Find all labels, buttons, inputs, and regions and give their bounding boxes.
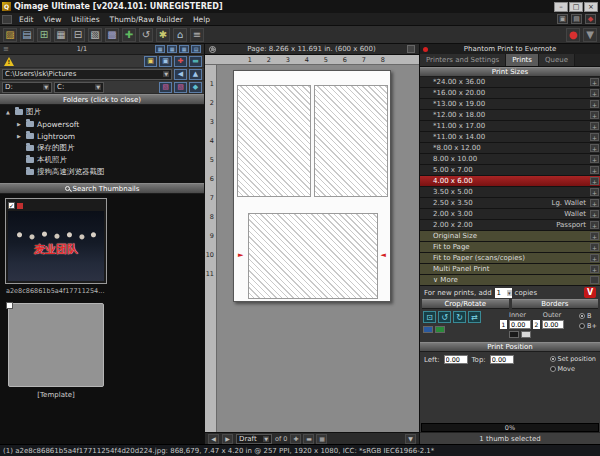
add-size-button[interactable]: +	[590, 78, 599, 86]
print-placement[interactable]	[314, 85, 388, 197]
search-thumbnails-header[interactable]: Search Thumbnails	[0, 183, 204, 194]
favorite-folder-icon[interactable]: ▣	[159, 56, 172, 67]
print-size-row[interactable]: *16.00 x 20.00 +	[420, 88, 600, 99]
thumb-size-medium-icon[interactable]: ▦	[167, 45, 177, 53]
thumb-checkbox[interactable]: ✓	[8, 202, 15, 209]
drive-d-combo[interactable]: D: ▼	[2, 82, 52, 93]
outer-border-input[interactable]	[542, 320, 564, 329]
refresh-thumbs-icon[interactable]: ◆	[189, 82, 202, 93]
print-size-row[interactable]: *13.00 x 19.00 +	[420, 99, 600, 110]
b-plus-radio[interactable]	[579, 323, 585, 329]
zoom-in-icon[interactable]: ✚	[290, 434, 301, 444]
add-size-button[interactable]: +	[590, 265, 599, 273]
add-size-button[interactable]: +	[590, 100, 599, 108]
close-button[interactable]: ×	[584, 2, 598, 12]
list-view-icon[interactable]: ≡	[190, 28, 204, 42]
add-size-button[interactable]: +	[590, 177, 599, 185]
pos-left-input[interactable]	[444, 355, 468, 364]
move-radio[interactable]	[550, 366, 556, 372]
folder-back-icon[interactable]: ◀	[174, 69, 187, 80]
tree-item[interactable]: 保存的图片	[0, 142, 204, 154]
collapse-toolbar-icon[interactable]: ▼	[583, 28, 597, 42]
add-size-button[interactable]: +	[590, 243, 599, 251]
home-icon[interactable]: ⌂	[173, 28, 187, 42]
print-preview-icon[interactable]: ▧	[88, 28, 102, 42]
undo-icon[interactable]: ↺	[139, 28, 153, 42]
print-size-row[interactable]: 2.00 x 3.00 Wallet +	[420, 209, 600, 220]
print-size-row[interactable]: ∨ More	[420, 275, 600, 286]
print-size-row[interactable]: Multi Panel Print +	[420, 264, 600, 275]
copies-input[interactable]: 1 ▾	[495, 288, 512, 298]
template-image[interactable]	[8, 303, 104, 387]
folders-header[interactable]: Folders (click to close)	[0, 94, 204, 105]
tree-item[interactable]: ▲ 图片	[0, 106, 204, 118]
flip-icon[interactable]: ⇄	[468, 311, 481, 323]
template-thumbnail[interactable]	[5, 301, 107, 387]
chevron-down-icon[interactable]: ▼	[263, 436, 269, 442]
live-view-icon[interactable]: ●	[566, 28, 580, 42]
thumb-size-large-icon[interactable]: ▦	[179, 45, 189, 53]
chevron-down-icon[interactable]: ▼	[43, 84, 49, 90]
add-size-button[interactable]: +	[590, 221, 599, 229]
add-size-button[interactable]: +	[590, 210, 599, 218]
print-size-row[interactable]: Fit to Paper (scans/copies) +	[420, 253, 600, 264]
add-size-button[interactable]	[590, 276, 599, 284]
add-size-button[interactable]: +	[590, 254, 599, 262]
thumb-size-small-icon[interactable]: ▦	[155, 45, 165, 53]
add-size-button[interactable]: +	[590, 188, 599, 196]
template-checkbox[interactable]	[6, 302, 13, 309]
border-color-swatch[interactable]	[521, 331, 531, 338]
tree-expand-icon[interactable]: ▲	[6, 109, 12, 115]
menu-item[interactable]: View	[39, 13, 67, 26]
filter-jpg-icon[interactable]: ▧	[174, 82, 187, 93]
add-size-button[interactable]: +	[590, 232, 599, 240]
print-size-row[interactable]: 2.50 x 3.50 Lg. Wallet +	[420, 198, 600, 209]
chevron-down-icon[interactable]: ▼	[163, 71, 169, 77]
tree-expand-icon[interactable]: ▶	[17, 133, 23, 139]
chevron-down-icon[interactable]: ▾	[507, 290, 512, 296]
fit-page-icon[interactable]: ▦	[316, 434, 327, 444]
print-size-row[interactable]: *24.00 x 36.00 +	[420, 77, 600, 88]
panel-grip[interactable]: ≡	[3, 45, 9, 53]
print-size-row[interactable]: Original Size +	[420, 231, 600, 242]
browse-images-icon[interactable]: ▤	[20, 28, 34, 42]
new-folder-icon[interactable]: ▣	[144, 56, 157, 67]
add-size-button[interactable]: +	[590, 166, 599, 174]
settings-icon[interactable]: ✱	[156, 28, 170, 42]
path-combo[interactable]: C:\Users\lsk\Pictures ▼	[2, 69, 172, 80]
menu-item[interactable]: Utilities	[66, 13, 104, 26]
layout-toggle-icon[interactable]: ▤	[571, 14, 582, 24]
chevron-down-icon[interactable]: ▼	[95, 84, 101, 90]
panel-toggle-icon[interactable]: ▣	[557, 14, 568, 24]
quality-combo[interactable]: Draft ▼	[236, 434, 272, 444]
tree-item[interactable]: ▶ Apowersoft	[0, 118, 204, 130]
tree-item[interactable]: 本机照片	[0, 154, 204, 166]
tree-item[interactable]: ▶ Lightroom	[0, 130, 204, 142]
menu-item[interactable]: Edit	[14, 13, 39, 26]
print-placement[interactable]	[237, 85, 311, 197]
page-setup-icon[interactable]	[209, 46, 216, 53]
printer-icon[interactable]: ⊟	[71, 28, 85, 42]
print-size-row[interactable]: *11.00 x 14.00 +	[420, 132, 600, 143]
set-position-radio[interactable]	[550, 356, 556, 362]
page-workspace[interactable]: ► ◄	[217, 65, 419, 432]
thumb-flag-icon[interactable]	[17, 203, 23, 209]
thumbnail-item[interactable]: ✓ 麦业团队	[5, 198, 107, 284]
add-favorite-icon[interactable]: ✚	[174, 56, 187, 67]
thumb-view-icon[interactable]: ▤	[191, 45, 201, 53]
tab[interactable]: Prints	[506, 54, 539, 66]
add-size-button[interactable]: +	[590, 133, 599, 141]
page-canvas[interactable]: ► ◄	[233, 70, 391, 302]
zoom-out-icon[interactable]: ▬	[303, 434, 314, 444]
tree-item[interactable]: 搜狗高速浏览器截图	[0, 166, 204, 178]
print-size-row[interactable]: *8.00 x 12.00 +	[420, 143, 600, 154]
border-color-swatch[interactable]	[509, 331, 519, 338]
add-size-button[interactable]: +	[590, 89, 599, 97]
menu-item[interactable]: Thumb/Raw Builder	[105, 13, 188, 26]
filter-raw-icon[interactable]: ▧	[159, 82, 172, 93]
crop-tool-icon[interactable]: ⊡	[423, 311, 436, 323]
collapse-panel-icon[interactable]: ▼	[405, 434, 416, 444]
warning-icon[interactable]	[4, 57, 14, 66]
page-layout-icon[interactable]: ▦	[54, 28, 68, 42]
rotate-color-swatch[interactable]	[435, 326, 445, 333]
